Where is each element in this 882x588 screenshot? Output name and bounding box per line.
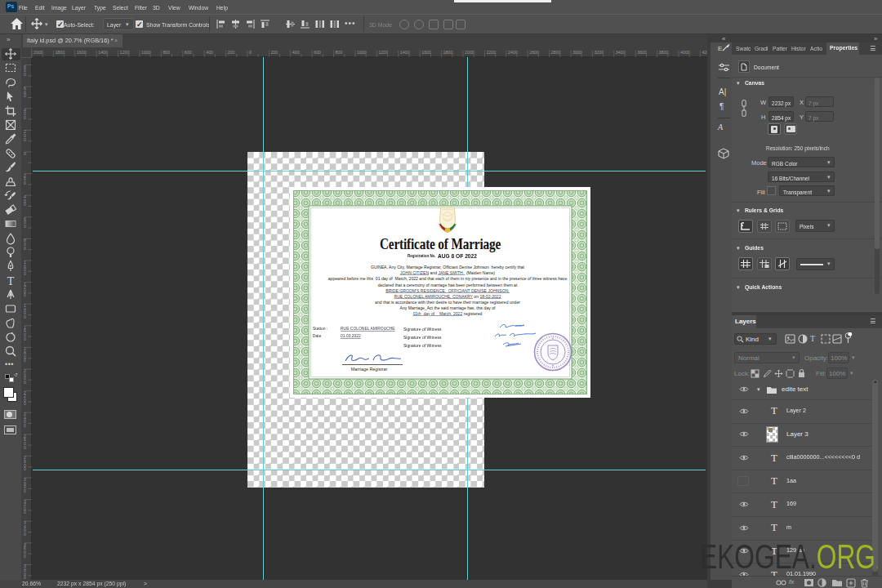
svg-text:0: 0 (24, 151, 26, 156)
svg-text:T: T (7, 275, 15, 287)
svg-text:0: 0 (24, 314, 26, 319)
svg-text:1600: 1600 (421, 50, 431, 55)
svg-text:3000: 3000 (572, 50, 582, 55)
svg-text:600: 600 (185, 50, 192, 55)
svg-text:0: 0 (24, 292, 26, 297)
svg-text:0: 0 (24, 224, 26, 229)
svg-text:2200: 2200 (486, 50, 496, 55)
svg-text:4200: 4200 (702, 50, 707, 55)
svg-text:0: 0 (24, 115, 26, 120)
svg-text:0: 0 (24, 202, 26, 207)
svg-text:2000: 2000 (465, 50, 474, 55)
svg-text:0: 0 (24, 72, 26, 77)
svg-text:3800: 3800 (659, 50, 669, 55)
svg-text:0: 0 (24, 466, 26, 471)
svg-text:200: 200 (228, 50, 235, 55)
svg-text:800: 800 (336, 50, 343, 55)
svg-text:1600: 1600 (77, 50, 87, 55)
svg-text:3400: 3400 (616, 50, 626, 55)
svg-text:1000: 1000 (141, 50, 151, 55)
svg-text:1800: 1800 (55, 50, 65, 55)
svg-text:3600: 3600 (637, 50, 647, 55)
svg-text:800: 800 (163, 50, 170, 55)
svg-text:0: 0 (24, 532, 26, 537)
svg-text:1400: 1400 (98, 50, 108, 55)
svg-text:400: 400 (206, 50, 213, 55)
svg-text:0: 0 (24, 401, 26, 406)
svg-text:2800: 2800 (551, 50, 561, 55)
svg-text:200: 200 (270, 50, 278, 55)
svg-text:1400: 1400 (400, 50, 410, 55)
svg-text:0: 0 (24, 137, 26, 142)
svg-text:0: 0 (24, 93, 26, 98)
svg-text:0: 0 (24, 554, 26, 559)
svg-text:0: 0 (24, 358, 26, 363)
svg-text:E: E (718, 45, 722, 52)
svg-text:2600: 2600 (529, 50, 539, 55)
svg-text:2000: 2000 (33, 50, 43, 55)
svg-text:1800: 1800 (443, 50, 453, 55)
svg-text:0: 0 (24, 271, 26, 276)
svg-text:1200: 1200 (120, 50, 130, 55)
svg-text:0: 0 (24, 336, 26, 341)
svg-text:0: 0 (24, 380, 26, 385)
svg-text:2400: 2400 (508, 50, 518, 55)
svg-text:1000: 1000 (357, 50, 367, 55)
svg-text:1200: 1200 (378, 50, 388, 55)
svg-text:0: 0 (24, 488, 26, 493)
svg-text:0: 0 (24, 180, 26, 185)
svg-text:600: 600 (314, 50, 321, 55)
svg-text:0: 0 (24, 445, 26, 450)
svg-text:0: 0 (249, 50, 252, 55)
svg-text:0: 0 (24, 246, 26, 251)
svg-text:400: 400 (292, 50, 300, 55)
svg-text:4000: 4000 (680, 50, 690, 55)
svg-text:0: 0 (24, 510, 26, 514)
svg-text:0: 0 (24, 423, 26, 428)
svg-text:3200: 3200 (594, 50, 604, 55)
